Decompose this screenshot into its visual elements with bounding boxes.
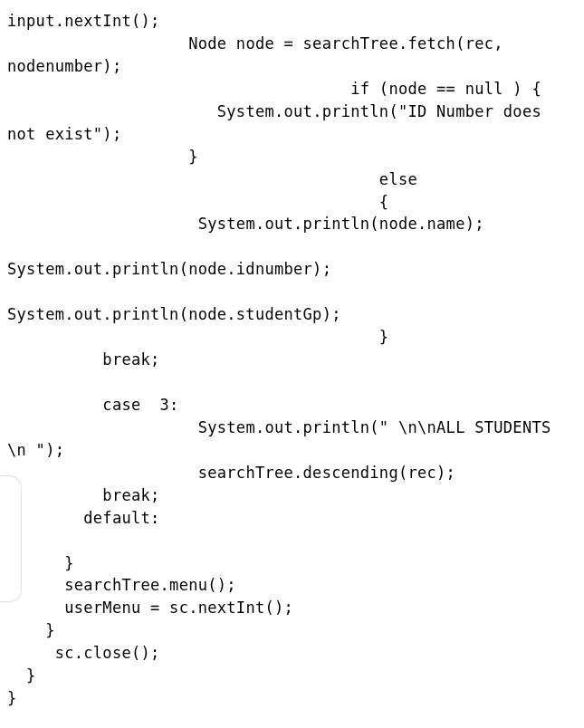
code-block: input.nextInt(); Node node = searchTree.…	[7, 11, 577, 711]
code-content: input.nextInt(); Node node = searchTree.…	[7, 12, 560, 707]
side-tab-handle[interactable]	[0, 475, 22, 602]
